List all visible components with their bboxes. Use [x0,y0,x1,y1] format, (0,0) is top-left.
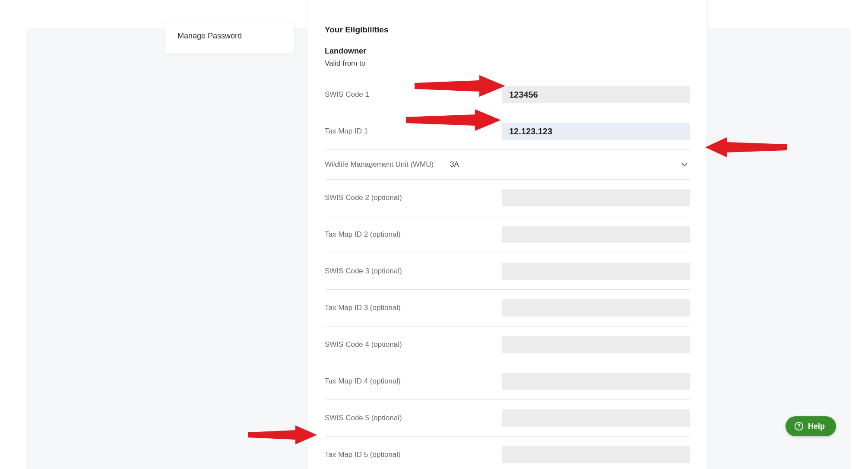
label-tax-map-5: Tax Map ID 5 (optional) [325,450,450,459]
label-swis-code-2: SWIS Code 2 (optional) [325,193,450,202]
valid-range-text: Valid from to [325,59,690,68]
label-swis-code-3: SWIS Code 3 (optional) [325,267,450,276]
chevron-down-icon[interactable] [681,162,687,167]
row-swis-code-3: SWIS Code 3 (optional) [325,253,690,290]
input-swis-code-1[interactable] [502,86,690,103]
label-tax-map-3: Tax Map ID 3 (optional) [325,304,450,312]
row-swis-code-1: SWIS Code 1 [325,76,690,113]
row-tax-map-5: Tax Map ID 5 (optional) [325,437,690,469]
section-subtitle-landowner: Landowner [325,47,690,56]
label-tax-map-1: Tax Map ID 1 [325,127,450,136]
main-card: Your Eligibilities Landowner Valid from … [307,0,708,469]
help-button[interactable]: Help [786,416,836,436]
input-swis-code-2[interactable] [502,189,690,206]
input-tax-map-1[interactable] [502,123,690,140]
input-tax-map-3[interactable] [502,299,690,317]
help-label: Help [808,422,825,431]
row-wmu-select[interactable]: Wildlife Management Unit (WMU) 3A [325,150,690,180]
label-swis-code-5: SWIS Code 5 (optional) [325,414,450,422]
input-tax-map-5[interactable] [502,446,690,463]
input-swis-code-5[interactable] [502,409,690,427]
row-tax-map-3: Tax Map ID 3 (optional) [325,290,690,326]
input-tax-map-4[interactable] [502,373,690,390]
row-swis-code-5: SWIS Code 5 (optional) [325,400,690,437]
input-tax-map-2[interactable] [502,226,690,243]
input-swis-code-4[interactable] [502,336,690,353]
label-wmu: Wildlife Management Unit (WMU) [325,160,450,169]
svg-point-1 [798,428,799,428]
label-tax-map-2: Tax Map ID 2 (optional) [325,230,450,239]
sidebar-card: Manage Password [165,22,295,54]
row-tax-map-1: Tax Map ID 1 [325,113,690,150]
row-tax-map-2: Tax Map ID 2 (optional) [325,216,690,253]
label-swis-code-4: SWIS Code 4 (optional) [325,340,450,349]
page-title: Your Eligibilities [325,25,690,35]
input-swis-code-3[interactable] [502,263,690,280]
row-tax-map-4: Tax Map ID 4 (optional) [325,363,690,400]
help-icon [794,421,804,431]
row-swis-code-2: SWIS Code 2 (optional) [325,180,690,216]
sidebar-item-manage-password[interactable]: Manage Password [177,32,282,41]
label-tax-map-4: Tax Map ID 4 (optional) [325,377,450,386]
label-swis-code-1: SWIS Code 1 [325,90,450,99]
row-swis-code-4: SWIS Code 4 (optional) [325,326,690,363]
wmu-selected-value: 3A [450,160,459,169]
